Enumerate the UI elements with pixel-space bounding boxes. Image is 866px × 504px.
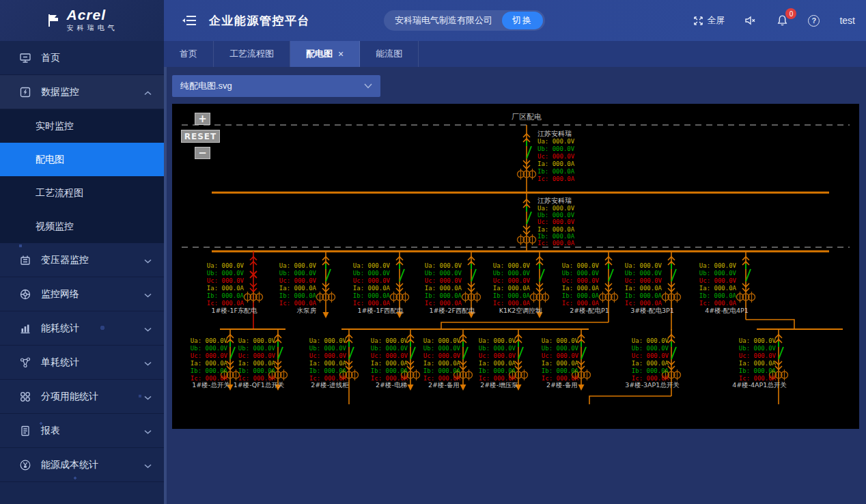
svg-text:Ia: 000.0A: Ia: 000.0A — [625, 285, 662, 292]
logo-brand: Acrel — [67, 8, 118, 22]
single-line-diagram: 厂区配电江苏安科瑞Ua: 000.0VUb: 000.0VUc: 000.0VI… — [172, 104, 859, 429]
sidebar-item-home[interactable]: 首页 — [0, 41, 164, 75]
tab-label: 首页 — [180, 48, 197, 60]
sidebar-item-unit-consumption-stats[interactable]: 单耗统计 — [0, 346, 164, 380]
sidebar-item-data-monitoring[interactable]: 数据监控 — [0, 75, 164, 109]
svg-text:1#楼-QF1总开关: 1#楼-QF1总开关 — [234, 381, 285, 389]
diagram-canvas[interactable]: + RESET − 厂区配电江苏安科瑞Ua: 000.0VUb: 000.0VU… — [172, 104, 859, 429]
svg-text:Ic: 000.0A: Ic: 000.0A — [625, 300, 662, 307]
tab-energy-flow[interactable]: 能流图 — [360, 41, 419, 67]
svg-text:Ia: 000.0A: Ia: 000.0A — [309, 360, 347, 367]
diagram-file-select[interactable]: 纯配电图.svg — [172, 75, 380, 97]
sidebar-item-energy-consumption-stats[interactable]: 能耗统计 — [0, 311, 164, 346]
mute-button[interactable] — [744, 15, 757, 26]
sidebar-item-energy-cost-stats[interactable]: 能源成本统计 — [0, 448, 164, 482]
svg-text:Ub: 000.0V: Ub: 000.0V — [191, 345, 228, 352]
tab-home[interactable]: 首页 — [164, 41, 214, 67]
svg-text:Ua: 000.0V: Ua: 000.0V — [542, 337, 579, 344]
svg-text:Ic: 000.0A: Ic: 000.0A — [537, 240, 575, 247]
sidebar-item-monitoring-network[interactable]: 监控网络 — [0, 277, 164, 311]
svg-text:Ia: 000.0A: Ia: 000.0A — [353, 285, 391, 292]
svg-text:Ua: 000.0V: Ua: 000.0V — [479, 337, 516, 344]
svg-text:Ia: 000.0A: Ia: 000.0A — [542, 360, 579, 367]
sidebar-subitem-distribution-diagram[interactable]: 配电图 — [0, 143, 164, 176]
svg-text:Ub: 000.0V: Ub: 000.0V — [537, 145, 575, 152]
svg-text:Uc: 000.0V: Uc: 000.0V — [238, 352, 276, 359]
content-area: 纯配电图.svg + RESET − 厂区配电江苏安科瑞Ua: 000.0VUb… — [164, 67, 866, 504]
svg-text:Ia: 000.0A: Ia: 000.0A — [423, 360, 461, 367]
sidebar-item-label: 分项用能统计 — [41, 391, 144, 403]
switch-company-button[interactable]: 切换 — [502, 12, 543, 29]
svg-text:Ua: 000.0V: Ua: 000.0V — [537, 138, 575, 145]
data-monitor-icon — [19, 86, 31, 98]
svg-text:Ia: 000.0A: Ia: 000.0A — [493, 285, 531, 292]
sidebar-item-label: 报表 — [41, 425, 144, 437]
sidebar-collapse-button[interactable] — [182, 14, 197, 27]
diagram-node-l1-3: Ua: 000.0VUb: 000.0VUc: 000.0VIa: 000.0A… — [425, 251, 481, 318]
sidebar-item-reports[interactable]: 报表 — [0, 414, 164, 448]
tab-close-icon[interactable]: × — [338, 48, 344, 59]
chevron-down-icon — [144, 357, 152, 368]
tab-distribution-diagram[interactable]: 配电图× — [290, 41, 360, 67]
help-button[interactable]: ? — [808, 15, 820, 27]
svg-text:Ub: 000.0V: Ub: 000.0V — [625, 270, 662, 277]
sidebar-subitem-video-monitoring[interactable]: 视频监控 — [0, 210, 164, 243]
svg-text:水泵房: 水泵房 — [296, 307, 317, 314]
notifications-button[interactable]: 0 — [777, 14, 788, 27]
sidebar-item-label: 能耗统计 — [41, 322, 144, 335]
svg-text:Ua: 000.0V: Ua: 000.0V — [425, 262, 462, 269]
fullscreen-button[interactable]: 全屏 — [693, 14, 725, 27]
unit-consumption-icon — [19, 356, 31, 369]
diagram-node-l2-3: Ua: 000.0VUb: 000.0VUc: 000.0VIa: 000.0A… — [371, 329, 420, 391]
svg-text:Uc: 000.0V: Uc: 000.0V — [739, 352, 777, 359]
svg-text:Ia: 000.0A: Ia: 000.0A — [207, 285, 245, 292]
help-icon: ? — [808, 15, 820, 27]
notification-badge: 0 — [785, 8, 796, 19]
svg-text:Ua: 000.0V: Ua: 000.0V — [699, 262, 737, 269]
app-root: Acrel 安科瑞电气 企业能源管控平台 安科瑞电气制造有限公司 切换 — [0, 0, 866, 504]
svg-text:Ua: 000.0V: Ua: 000.0V — [537, 205, 575, 212]
diagram-file-value: 纯配电图.svg — [180, 80, 232, 92]
chevron-down-icon — [144, 323, 152, 334]
sidebar-subitem-process-flow-diagram[interactable]: 工艺流程图 — [0, 176, 164, 210]
sidebar-item-label: 变压器监控 — [41, 254, 144, 266]
svg-text:Ua: 000.0V: Ua: 000.0V — [632, 337, 669, 344]
svg-text:1#楼-总开关: 1#楼-总开关 — [192, 381, 230, 389]
diagram-node-l1-4: Ua: 000.0VUb: 000.0VUc: 000.0VIa: 000.0A… — [493, 251, 549, 318]
zoom-out-button[interactable]: − — [195, 147, 210, 159]
svg-text:Ub: 000.0V: Ub: 000.0V — [423, 345, 461, 352]
sidebar-item-label: 监控网络 — [41, 288, 144, 300]
subitem-energy-icon — [19, 391, 31, 403]
svg-text:Ua: 000.0V: Ua: 000.0V — [625, 262, 662, 269]
svg-text:Ua: 000.0V: Ua: 000.0V — [371, 337, 408, 344]
svg-text:Ic: 000.0A: Ic: 000.0A — [493, 300, 531, 307]
svg-text:Ib: 000.0A: Ib: 000.0A — [279, 292, 317, 299]
svg-text:Ic: 000.0A: Ic: 000.0A — [425, 300, 462, 307]
svg-text:Ia: 000.0A: Ia: 000.0A — [699, 285, 737, 292]
username[interactable]: test — [839, 15, 855, 26]
svg-text:Uc: 000.0V: Uc: 000.0V — [562, 277, 600, 284]
svg-text:1#楼-1F东配电: 1#楼-1F东配电 — [212, 307, 257, 314]
diagram-node-l1-0: Ua: 000.0VUb: 000.0VUc: 000.0VIa: 000.0A… — [207, 251, 263, 329]
svg-text:Ib: 000.0A: Ib: 000.0A — [371, 367, 408, 374]
collapse-menu-icon — [182, 14, 197, 27]
svg-text:Ib: 000.0A: Ib: 000.0A — [542, 367, 579, 374]
sidebar-item-subitem-energy-stats[interactable]: 分项用能统计 — [0, 380, 164, 414]
report-icon — [19, 425, 31, 437]
zoom-in-button[interactable]: + — [195, 113, 210, 125]
svg-text:Ic: 000.0A: Ic: 000.0A — [699, 300, 737, 307]
content-scrollbar[interactable] — [164, 67, 167, 504]
svg-text:Uc: 000.0V: Uc: 000.0V — [309, 352, 347, 359]
svg-text:Ic: 000.0A: Ic: 000.0A — [562, 300, 600, 307]
svg-text:Ua: 000.0V: Ua: 000.0V — [562, 262, 600, 269]
chevron-down-icon — [144, 289, 152, 300]
svg-text:Uc: 000.0V: Uc: 000.0V — [425, 277, 462, 284]
svg-text:Uc: 000.0V: Uc: 000.0V — [479, 352, 516, 359]
sidebar-subitem-realtime-monitoring[interactable]: 实时监控 — [0, 109, 164, 143]
sidebar-item-transformer-monitoring[interactable]: 变压器监控 — [0, 243, 164, 277]
svg-text:Ib: 000.0A: Ib: 000.0A — [423, 367, 461, 374]
zoom-reset-button[interactable]: RESET — [181, 130, 220, 143]
chevron-down-icon — [144, 460, 152, 471]
tab-process-flow[interactable]: 工艺流程图 — [214, 41, 290, 67]
svg-text:Ua: 000.0V: Ua: 000.0V — [207, 262, 245, 269]
